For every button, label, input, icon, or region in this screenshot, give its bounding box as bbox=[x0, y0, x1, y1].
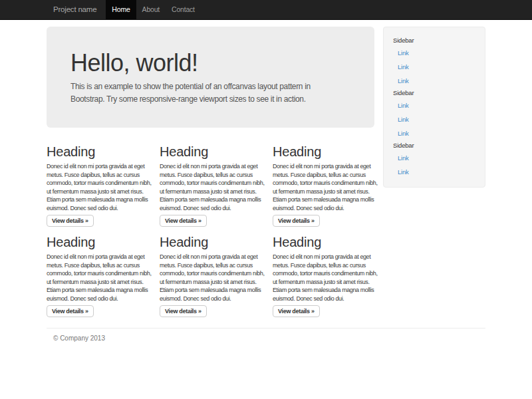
card-body-text: Donec id elit non mi porta gravida at eg… bbox=[273, 253, 379, 303]
feature-card: Heading Donec id elit non mi porta gravi… bbox=[160, 234, 266, 317]
cards-row-2: Heading Donec id elit non mi porta gravi… bbox=[47, 234, 379, 317]
navbar-container: Project name Home About Contact bbox=[47, 0, 485, 19]
page-container: Hello, world! This is an example to show… bbox=[47, 27, 485, 342]
content-column: Hello, world! This is an example to show… bbox=[47, 27, 374, 317]
feature-card: Heading Donec id elit non mi porta gravi… bbox=[47, 144, 153, 227]
sidebar-group-label: Sidebar bbox=[384, 140, 485, 151]
jumbotron-description: This is an example to show the potential… bbox=[70, 80, 354, 106]
sidebar-link[interactable]: Link bbox=[384, 112, 485, 126]
feature-card: Heading Donec id elit non mi porta gravi… bbox=[160, 144, 266, 227]
view-details-button[interactable]: View details » bbox=[160, 305, 207, 317]
sidebar-link[interactable]: Link bbox=[384, 98, 485, 112]
nav-item-home[interactable]: Home bbox=[106, 0, 136, 19]
view-details-button[interactable]: View details » bbox=[160, 215, 207, 227]
feature-card: Heading Donec id elit non mi porta gravi… bbox=[273, 144, 379, 227]
top-navbar: Project name Home About Contact bbox=[0, 0, 532, 20]
card-body-text: Donec id elit non mi porta gravida at eg… bbox=[160, 253, 266, 303]
brand-link[interactable]: Project name bbox=[47, 0, 103, 19]
cards-row-1: Heading Donec id elit non mi porta gravi… bbox=[47, 144, 379, 227]
nav-item-contact[interactable]: Contact bbox=[166, 0, 201, 19]
card-body-text: Donec id elit non mi porta gravida at eg… bbox=[160, 162, 266, 212]
view-details-button[interactable]: View details » bbox=[273, 305, 320, 317]
feature-card: Heading Donec id elit non mi porta gravi… bbox=[47, 234, 153, 317]
card-heading: Heading bbox=[273, 144, 379, 160]
sidebar-link[interactable]: Link bbox=[384, 165, 485, 179]
sidebar-column: Sidebar Link Link Link Sidebar Link Link… bbox=[383, 27, 485, 188]
copyright-text: © Company 2013 bbox=[47, 334, 485, 342]
sidebar-panel: Sidebar Link Link Link Sidebar Link Link… bbox=[383, 27, 485, 188]
view-details-button[interactable]: View details » bbox=[273, 215, 320, 227]
main-row: Hello, world! This is an example to show… bbox=[47, 27, 485, 317]
jumbotron-description-line: Bootstrap. Try some responsive-range vie… bbox=[70, 93, 354, 106]
card-body-text: Donec id elit non mi porta gravida at eg… bbox=[273, 162, 379, 212]
sidebar-link[interactable]: Link bbox=[384, 151, 485, 165]
sidebar-link[interactable]: Link bbox=[384, 126, 485, 140]
card-heading: Heading bbox=[47, 234, 153, 250]
card-heading: Heading bbox=[47, 144, 153, 160]
feature-card: Heading Donec id elit non mi porta gravi… bbox=[273, 234, 379, 317]
card-heading: Heading bbox=[273, 234, 379, 250]
card-heading: Heading bbox=[160, 234, 266, 250]
card-body-text: Donec id elit non mi porta gravida at eg… bbox=[47, 162, 153, 212]
nav-item-about[interactable]: About bbox=[136, 0, 166, 19]
sidebar-link[interactable]: Link bbox=[384, 74, 485, 88]
card-body-text: Donec id elit non mi porta gravida at eg… bbox=[47, 253, 153, 303]
sidebar-group-label: Sidebar bbox=[384, 35, 485, 46]
view-details-button[interactable]: View details » bbox=[47, 215, 94, 227]
view-details-button[interactable]: View details » bbox=[47, 305, 94, 317]
jumbotron-description-line: This is an example to show the potential… bbox=[70, 80, 354, 93]
sidebar-link[interactable]: Link bbox=[384, 60, 485, 74]
navbar-menu: Home About Contact bbox=[106, 0, 200, 19]
footer-divider bbox=[47, 328, 485, 329]
sidebar-group-label: Sidebar bbox=[384, 88, 485, 98]
sidebar-link[interactable]: Link bbox=[384, 46, 485, 60]
jumbotron: Hello, world! This is an example to show… bbox=[47, 27, 374, 128]
page-title: Hello, world! bbox=[70, 49, 354, 77]
card-heading: Heading bbox=[160, 144, 266, 160]
